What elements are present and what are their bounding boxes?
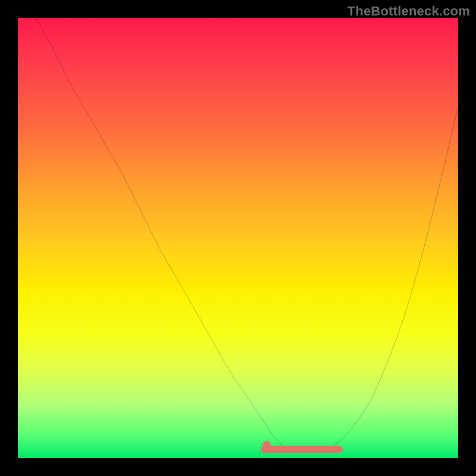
watermark-label: TheBottleneck.com	[347, 4, 470, 19]
chart-frame: TheBottleneck.com	[0, 0, 476, 476]
bottleneck-curve	[36, 18, 458, 450]
endpoint-dot	[262, 441, 270, 449]
plot-svg	[18, 18, 458, 458]
plot-area	[18, 18, 458, 458]
